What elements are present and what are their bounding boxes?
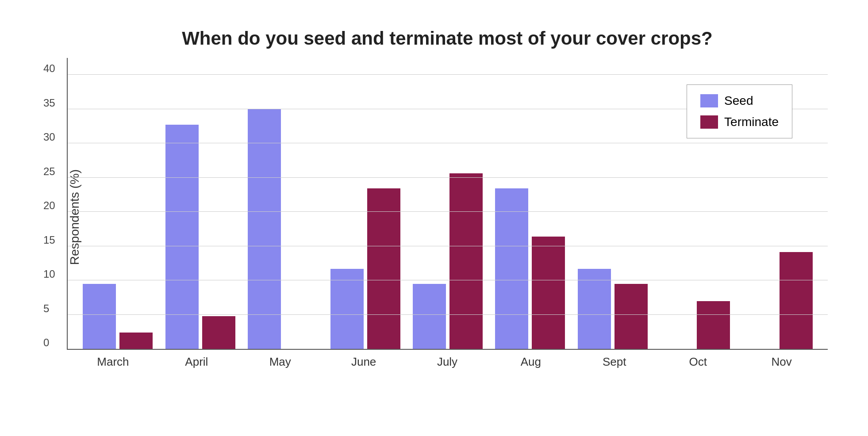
bar-group [324,188,406,349]
bar-group [242,109,324,349]
x-axis-label: April [155,350,238,376]
seed-bar [248,109,281,349]
y-grid-line: 5 [68,314,828,315]
x-axis-label: Aug [489,350,572,376]
x-axis-label: March [71,350,155,376]
seed-bar [330,269,364,349]
x-axis-label: Nov [740,350,823,376]
x-labels: MarchAprilMayJuneJulyAugSeptOctNov [67,350,828,376]
terminate-bar [202,316,235,349]
y-axis-tick-label: 10 [43,268,55,280]
y-grid-line: 25 [68,177,828,178]
x-axis-label: Oct [656,350,740,376]
legend-terminate-label: Terminate [724,115,779,129]
x-axis-label: July [406,350,489,376]
y-axis-tick-label: 15 [43,234,55,246]
bar-group [489,188,571,349]
terminate-bar [367,188,400,349]
bar-group [654,301,736,349]
y-grid-line: 10 [68,280,828,280]
seed-bar [165,125,199,349]
terminate-color-swatch [700,115,718,129]
y-grid-line: 15 [68,246,828,246]
terminate-bar [449,173,483,349]
terminate-bar [697,301,730,349]
bar-group [572,269,654,349]
terminate-bar [615,284,648,349]
y-grid-line: 20 [68,211,828,212]
x-axis-label: Sept [572,350,656,376]
y-grid-line: 30 [68,143,828,143]
legend-item-terminate: Terminate [700,115,779,129]
bar-group [407,173,489,349]
legend: Seed Terminate [687,84,792,138]
y-axis-tick-label: 20 [43,199,55,212]
y-axis-tick-label: 25 [43,165,55,178]
seed-bar [495,188,528,349]
y-axis-tick-label: 5 [43,302,49,315]
bar-group [737,252,819,349]
bar-group [159,125,241,349]
chart-title: When do you seed and terminate most of y… [67,28,828,49]
y-axis-tick-label: 35 [43,97,55,109]
legend-item-seed: Seed [700,94,779,108]
y-axis-tick-label: 0 [43,337,49,349]
seed-color-swatch [700,94,718,107]
seed-bar [83,284,116,349]
y-axis-tick-label: 40 [43,62,55,75]
x-axis-label: June [322,350,406,376]
y-grid-line: 40 [68,74,828,75]
terminate-bar [780,252,813,349]
chart-container: When do you seed and terminate most of y… [14,10,854,426]
terminate-bar [532,237,565,349]
terminate-bar [119,333,153,349]
bar-group [77,284,159,349]
seed-bar [413,284,446,349]
legend-seed-label: Seed [724,94,753,108]
x-axis-label: May [238,350,322,376]
y-axis-tick-label: 30 [43,131,55,143]
chart-area: Respondents (%) 0510152025303540 MarchAp… [67,58,828,376]
seed-bar [578,269,611,349]
